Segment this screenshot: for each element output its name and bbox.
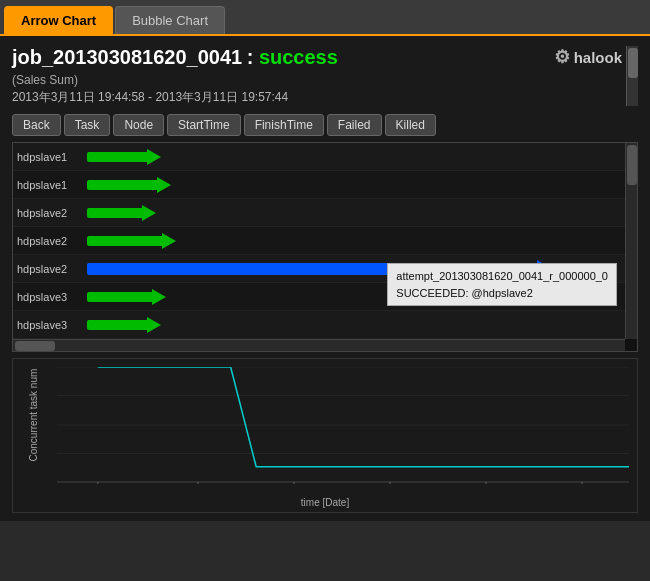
chart-inner: hdpslave1 hdpslave1 (13, 143, 637, 351)
btn-starttime[interactable]: StartTime (167, 114, 241, 136)
chart-scrollbar-thumb-h (15, 341, 55, 351)
btn-finishtime[interactable]: FinishTime (244, 114, 324, 136)
chart-scrollbar-horizontal[interactable] (13, 339, 625, 351)
arrow-head-1 (157, 177, 171, 193)
y-axis-label-wrapper: Concurrent task num (13, 359, 53, 484)
line-chart-svg: 6 4 2 0 19:46 19:48 19:50 19:52 19:54 19… (57, 367, 629, 484)
btn-back[interactable]: Back (12, 114, 61, 136)
btn-node[interactable]: Node (113, 114, 164, 136)
row-label-3: hdpslave2 (17, 235, 87, 247)
arrow-chart-area: hdpslave1 hdpslave1 (12, 142, 638, 352)
title-separator: : (247, 46, 259, 68)
arrow-wrapper-1 (87, 171, 633, 198)
row-label-1: hdpslave1 (17, 179, 87, 191)
row-label-5: hdpslave3 (17, 291, 87, 303)
job-subtitle: (Sales Sum) (12, 73, 622, 87)
scrollbar-thumb (628, 48, 638, 78)
arrow-head-3 (162, 233, 176, 249)
green-arrow-2[interactable] (87, 205, 156, 221)
tooltip-line2: SUCCEEDED: @hdpslave2 (396, 285, 608, 302)
x-axis-label: time [Date] (301, 497, 349, 508)
green-arrow-5[interactable] (87, 289, 166, 305)
green-arrow-6[interactable] (87, 317, 161, 333)
arrow-wrapper-0 (87, 143, 633, 170)
tab-bubble-chart[interactable]: Bubble Chart (115, 6, 225, 34)
arrow-body-2 (87, 208, 142, 218)
arrow-head-0 (147, 149, 161, 165)
arrow-head-6 (147, 317, 161, 333)
halook-logo: ⚙ halook (554, 46, 622, 68)
green-arrow-3[interactable] (87, 233, 176, 249)
chart-row-6: hdpslave3 (13, 311, 637, 339)
arrow-body-3 (87, 236, 162, 246)
main-content: job_201303081620_0041 : success ⚙ halook… (0, 34, 650, 521)
row-label-4: hdpslave2 (17, 263, 87, 275)
row-label-6: hdpslave3 (17, 319, 87, 331)
chart-scrollbar-thumb-v (627, 145, 637, 185)
chart-row-3: hdpslave2 (13, 227, 637, 255)
gear-icon: ⚙ (554, 46, 570, 68)
chart-row-2: hdpslave2 (13, 199, 637, 227)
time-range: 2013年3月11日 19:44:58 - 2013年3月11日 19:57:4… (12, 89, 622, 106)
y-axis-label: Concurrent task num (28, 382, 39, 462)
btn-failed[interactable]: Failed (327, 114, 382, 136)
green-arrow-1[interactable] (87, 177, 171, 193)
arrow-body-5 (87, 292, 152, 302)
arrow-wrapper-6 (87, 311, 633, 338)
chart-row-1: hdpslave1 (13, 171, 637, 199)
header-wrapper: job_201303081620_0041 : success ⚙ halook… (12, 46, 638, 106)
arrow-body-1 (87, 180, 157, 190)
btn-killed[interactable]: Killed (385, 114, 436, 136)
tab-bar: Arrow Chart Bubble Chart (0, 0, 650, 34)
chart-row-0: hdpslave1 (13, 143, 637, 171)
arrow-head-5 (152, 289, 166, 305)
job-title-area: job_201303081620_0041 : success (12, 46, 338, 69)
green-arrow-0[interactable] (87, 149, 161, 165)
row-label-2: hdpslave2 (17, 207, 87, 219)
arrow-head-2 (142, 205, 156, 221)
arrow-body-6 (87, 320, 147, 330)
arrow-body-0 (87, 152, 147, 162)
job-status: success (259, 46, 338, 68)
btn-task[interactable]: Task (64, 114, 111, 136)
header-section: job_201303081620_0041 : success ⚙ halook (12, 46, 622, 69)
chart-scrollbar-vertical[interactable] (625, 143, 637, 339)
line-chart-container: Concurrent task num 6 4 2 0 19:46 19:48 … (12, 358, 638, 513)
tooltip-box: attempt_201303081620_0041_r_000000_0 SUC… (387, 263, 617, 306)
tab-arrow-chart[interactable]: Arrow Chart (4, 6, 113, 34)
filter-bar: Back Task Node StartTime FinishTime Fail… (12, 114, 638, 136)
row-label-0: hdpslave1 (17, 151, 87, 163)
job-id: job_201303081620_0041 (12, 46, 242, 68)
header-scrollbar[interactable] (626, 46, 638, 106)
arrow-wrapper-3 (87, 227, 633, 254)
tooltip-line1: attempt_201303081620_0041_r_000000_0 (396, 268, 608, 285)
arrow-wrapper-2 (87, 199, 633, 226)
